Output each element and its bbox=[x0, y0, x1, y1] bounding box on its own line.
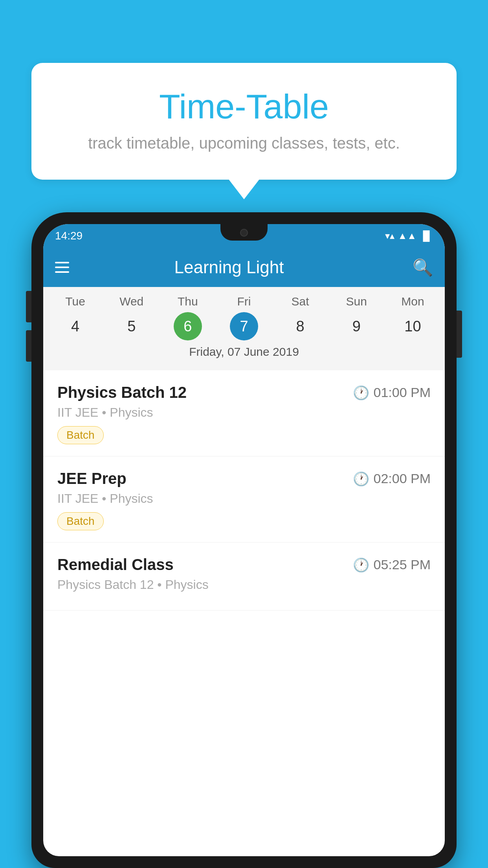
day-number[interactable]: 6 bbox=[174, 312, 202, 340]
volume-down-button[interactable] bbox=[26, 330, 31, 362]
notch bbox=[220, 224, 268, 241]
week-days-row: Tue4Wed5Thu6Fri7Sat8Sun9Mon10 bbox=[43, 295, 445, 340]
day-number[interactable]: 8 bbox=[286, 312, 314, 340]
schedule-item-name: Remedial Class bbox=[57, 556, 174, 574]
status-time: 14:29 bbox=[55, 230, 83, 242]
day-number[interactable]: 10 bbox=[398, 312, 427, 340]
search-icon[interactable]: 🔍 bbox=[413, 258, 433, 277]
day-name: Thu bbox=[178, 295, 198, 308]
schedule-item-time: 🕐 02:00 PM bbox=[353, 471, 431, 487]
day-number[interactable]: 5 bbox=[117, 312, 146, 340]
power-button[interactable] bbox=[457, 311, 462, 358]
schedule-item-sub: IIT JEE • Physics bbox=[57, 405, 431, 420]
hamburger-line-2 bbox=[55, 267, 69, 268]
schedule-list: Physics Batch 12 🕐 01:00 PM IIT JEE • Ph… bbox=[43, 370, 445, 611]
day-number[interactable]: 7 bbox=[230, 312, 258, 340]
phone-container: 14:29 ▾▴ ▲▲ ▐▌ Learning Light 🔍 bbox=[31, 212, 457, 868]
schedule-item-top: Remedial Class 🕐 05:25 PM bbox=[57, 556, 431, 574]
app-bar: Learning Light 🔍 bbox=[43, 248, 445, 287]
day-name: Mon bbox=[401, 295, 424, 308]
schedule-item-time: 🕐 01:00 PM bbox=[353, 385, 431, 401]
wifi-icon: ▾▴ bbox=[385, 230, 394, 241]
calendar-header: Tue4Wed5Thu6Fri7Sat8Sun9Mon10 Friday, 07… bbox=[43, 287, 445, 370]
schedule-item-sub: Physics Batch 12 • Physics bbox=[57, 577, 431, 592]
schedule-item-name: Physics Batch 12 bbox=[57, 384, 187, 401]
calendar-day-4[interactable]: Tue4 bbox=[47, 295, 103, 340]
batch-tag: Batch bbox=[57, 512, 104, 530]
selected-date-label: Friday, 07 June 2019 bbox=[43, 340, 445, 366]
schedule-item-top: Physics Batch 12 🕐 01:00 PM bbox=[57, 384, 431, 401]
clock-icon: 🕐 bbox=[353, 385, 369, 401]
signal-icon: ▲▲ bbox=[398, 230, 416, 241]
day-name: Sat bbox=[292, 295, 309, 308]
hamburger-line-1 bbox=[55, 262, 69, 263]
calendar-day-9[interactable]: Sun9 bbox=[328, 295, 385, 340]
day-number[interactable]: 4 bbox=[61, 312, 90, 340]
batch-tag: Batch bbox=[57, 426, 104, 444]
day-number[interactable]: 9 bbox=[342, 312, 371, 340]
volume-up-button[interactable] bbox=[26, 291, 31, 322]
battery-icon: ▐▌ bbox=[420, 230, 433, 241]
phone-outer: 14:29 ▾▴ ▲▲ ▐▌ Learning Light 🔍 bbox=[31, 212, 457, 868]
hamburger-line-3 bbox=[55, 271, 69, 273]
schedule-item[interactable]: JEE Prep 🕐 02:00 PM IIT JEE • Physics Ba… bbox=[43, 456, 445, 542]
calendar-day-10[interactable]: Mon10 bbox=[385, 295, 441, 340]
bubble-title: Time-Table bbox=[55, 86, 433, 127]
speech-bubble: Time-Table track timetable, upcoming cla… bbox=[31, 63, 457, 180]
front-camera bbox=[240, 229, 248, 237]
day-name: Sun bbox=[346, 295, 367, 308]
day-name: Fri bbox=[237, 295, 251, 308]
clock-icon: 🕐 bbox=[353, 471, 369, 487]
schedule-item-top: JEE Prep 🕐 02:00 PM bbox=[57, 470, 431, 487]
schedule-item[interactable]: Remedial Class 🕐 05:25 PM Physics Batch … bbox=[43, 542, 445, 611]
status-icons: ▾▴ ▲▲ ▐▌ bbox=[385, 230, 433, 241]
schedule-item-name: JEE Prep bbox=[57, 470, 127, 487]
schedule-item-sub: IIT JEE • Physics bbox=[57, 491, 431, 506]
calendar-day-7[interactable]: Fri7 bbox=[216, 295, 272, 340]
clock-icon: 🕐 bbox=[353, 557, 369, 573]
app-title: Learning Light bbox=[81, 257, 377, 277]
bubble-subtitle: track timetable, upcoming classes, tests… bbox=[55, 134, 433, 152]
calendar-day-5[interactable]: Wed5 bbox=[103, 295, 160, 340]
day-name: Tue bbox=[65, 295, 85, 308]
day-name: Wed bbox=[119, 295, 143, 308]
calendar-day-6[interactable]: Thu6 bbox=[160, 295, 216, 340]
menu-button[interactable] bbox=[55, 262, 69, 273]
phone-screen: 14:29 ▾▴ ▲▲ ▐▌ Learning Light 🔍 bbox=[43, 224, 445, 856]
schedule-item-time: 🕐 05:25 PM bbox=[353, 557, 431, 573]
calendar-day-8[interactable]: Sat8 bbox=[272, 295, 328, 340]
schedule-item[interactable]: Physics Batch 12 🕐 01:00 PM IIT JEE • Ph… bbox=[43, 370, 445, 456]
